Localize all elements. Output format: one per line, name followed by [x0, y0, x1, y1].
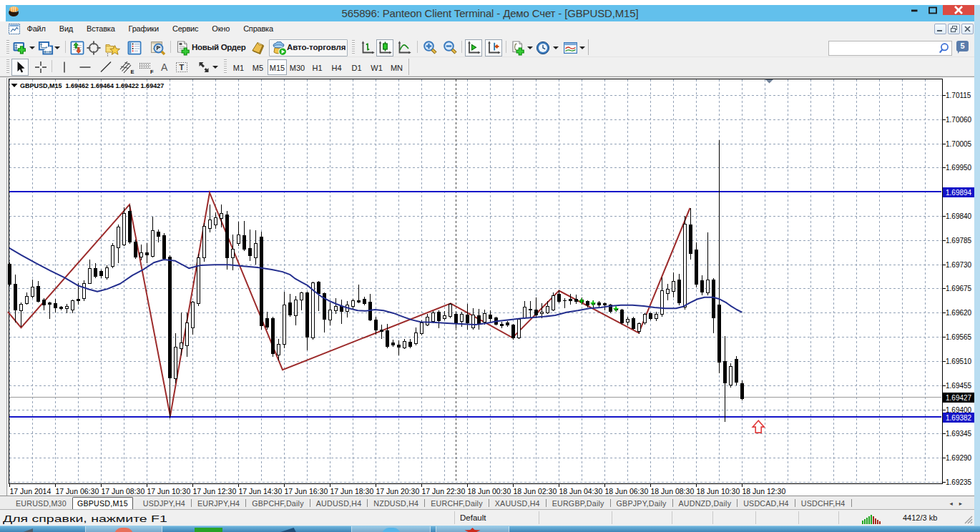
- taskbar-icon-app-5[interactable]: [382, 528, 401, 532]
- tab-USDCHF,H4[interactable]: USDCHF,H4: [795, 497, 851, 510]
- templates-dropdown[interactable]: [579, 46, 585, 49]
- time-label: 18 Jun 02:30: [514, 487, 557, 496]
- menu-4[interactable]: Графики: [122, 21, 165, 37]
- profiles-icon: [38, 40, 54, 56]
- navigator-button[interactable]: [104, 39, 121, 56]
- new-order-button[interactable]: [175, 39, 192, 56]
- price-label-1.69950: 1.69950: [946, 164, 972, 172]
- new-chart-dropdown[interactable]: [29, 46, 35, 49]
- mdi-restore-button[interactable]: [948, 24, 960, 34]
- cursor-button[interactable]: [11, 59, 29, 76]
- terminal-button[interactable]: [126, 39, 143, 56]
- timeframe-D1[interactable]: D1: [347, 59, 366, 75]
- profiles-button[interactable]: [37, 39, 54, 56]
- tab-AUDNZD,Daily[interactable]: AUDNZD,Daily: [673, 497, 738, 510]
- chart-window-icon[interactable]: [9, 24, 20, 34]
- tab-GBPJPY,Daily[interactable]: GBPJPY,Daily: [611, 497, 672, 510]
- tab-GBPCHF,Daily[interactable]: GBPCHF,Daily: [246, 497, 309, 510]
- bar-chart-button[interactable]: [359, 39, 376, 56]
- metaeditor-button[interactable]: [249, 39, 266, 56]
- tab-XAUUSD,H4[interactable]: XAUUSD,H4: [489, 497, 546, 510]
- line-chart-button[interactable]: [396, 39, 413, 56]
- timeframe-M30[interactable]: M30: [288, 59, 307, 75]
- taskbar-icon-app-3[interactable]: [195, 528, 222, 532]
- toolbar-grip[interactable]: [6, 40, 9, 54]
- menu-6[interactable]: Окно: [205, 21, 237, 37]
- chart-shift-button[interactable]: [485, 39, 502, 56]
- strategy-tester-button[interactable]: [150, 39, 167, 56]
- toolbar-grip[interactable]: [6, 59, 9, 74]
- notification-badge[interactable]: 5: [956, 41, 969, 51]
- market-watch-button[interactable]: [69, 39, 86, 56]
- indicators-dropdown[interactable]: [527, 46, 533, 49]
- time-label: 17 Jun 10:30: [147, 487, 191, 496]
- templates-button[interactable]: [562, 39, 579, 56]
- periods-dropdown[interactable]: [553, 46, 559, 49]
- arrows-button[interactable]: [195, 59, 212, 76]
- maximize-button[interactable]: [927, 5, 944, 15]
- timeframe-MN[interactable]: MN: [387, 59, 406, 75]
- menu-3[interactable]: Вставка: [80, 21, 122, 37]
- time-label: 17 Jun 06:30: [56, 487, 99, 496]
- minimize-button[interactable]: [907, 5, 924, 15]
- indicators-icon: [510, 40, 526, 56]
- indicators-button[interactable]: [509, 39, 526, 56]
- equidistant-channel-button[interactable]: E: [117, 59, 134, 76]
- text-label-button[interactable]: T: [173, 59, 190, 76]
- tab-AUDUSD,H4[interactable]: AUDUSD,H4: [310, 497, 368, 510]
- tab-USDJPY,H4[interactable]: USDJPY,H4: [137, 497, 191, 510]
- menu-7[interactable]: Справка: [237, 21, 280, 37]
- timeframe-H1[interactable]: H1: [308, 59, 327, 75]
- resize-grip[interactable]: [964, 515, 973, 524]
- taskbar-icon-app-1[interactable]: [16, 528, 33, 532]
- horizontal-line-button[interactable]: [77, 59, 94, 76]
- tab-USDCAD,H4[interactable]: USDCAD,H4: [738, 497, 795, 510]
- search-icon[interactable]: [938, 42, 951, 55]
- time-label: 17 Jun 12:30: [193, 487, 237, 496]
- status-profile[interactable]: Default: [460, 513, 486, 522]
- tab-EURCHF,Daily[interactable]: EURCHF,Daily: [425, 497, 488, 510]
- data-window-button[interactable]: [85, 39, 102, 56]
- vertical-line-button[interactable]: [56, 59, 73, 76]
- price-chart[interactable]: 1.701151.700601.700051.699501.698401.697…: [0, 77, 974, 496]
- profiles-dropdown[interactable]: [54, 46, 60, 49]
- hline-price-box: 1.69382: [946, 414, 972, 422]
- fibonacci-button[interactable]: F: [137, 59, 154, 76]
- crosshair-icon: [33, 59, 49, 75]
- strategy-tester-icon: [150, 40, 167, 56]
- zoom-out-button[interactable]: [441, 39, 459, 56]
- timeframe-W1[interactable]: W1: [367, 59, 386, 75]
- menu-5[interactable]: Сервис: [165, 21, 205, 37]
- trendline-button[interactable]: [97, 59, 114, 76]
- menu-1[interactable]: Файл: [20, 21, 52, 37]
- windows-taskbar[interactable]: [0, 526, 980, 532]
- timeframe-M5[interactable]: M5: [248, 59, 268, 75]
- zoom-in-button[interactable]: [421, 39, 438, 56]
- mdi-close-button[interactable]: [961, 24, 974, 34]
- menu-2[interactable]: Вид: [52, 21, 79, 37]
- toolbar-grip[interactable]: [352, 40, 355, 54]
- tab-EURJPY,H4[interactable]: EURJPY,H4: [192, 497, 245, 510]
- toolbar-grip[interactable]: [224, 59, 227, 74]
- new-order-label[interactable]: Новый Ордер: [192, 43, 246, 51]
- candle-chart-button[interactable]: [376, 39, 393, 56]
- timeframe-M15[interactable]: M15: [268, 59, 287, 75]
- new-chart-button[interactable]: [12, 39, 29, 56]
- auto-scroll-button[interactable]: [465, 39, 482, 56]
- taskbar-icon-app-4[interactable]: [272, 528, 298, 532]
- tab-EURGBP,Daily[interactable]: EURGBP,Daily: [547, 497, 610, 510]
- crosshair-button[interactable]: [32, 59, 49, 76]
- search-input[interactable]: [830, 42, 936, 54]
- mdi-minimize-button[interactable]: [934, 24, 946, 34]
- title-bar[interactable]: 565896: Panteon Client Terminal - Демо С…: [6, 5, 974, 21]
- tab-EURUSD,M30[interactable]: EURUSD,M30: [10, 497, 72, 510]
- arrows-dropdown[interactable]: [212, 66, 218, 69]
- periods-button[interactable]: [534, 39, 552, 56]
- close-button[interactable]: [943, 5, 974, 15]
- market-watch-icon: [69, 40, 85, 56]
- timeframe-H4[interactable]: H4: [327, 59, 346, 75]
- tab-NZDUSD,H4[interactable]: NZDUSD,H4: [368, 497, 424, 510]
- text-button[interactable]: A: [156, 59, 173, 76]
- timeframe-M1[interactable]: M1: [229, 59, 248, 75]
- tab-scroll-arrows[interactable]: ◂▸: [949, 500, 969, 507]
